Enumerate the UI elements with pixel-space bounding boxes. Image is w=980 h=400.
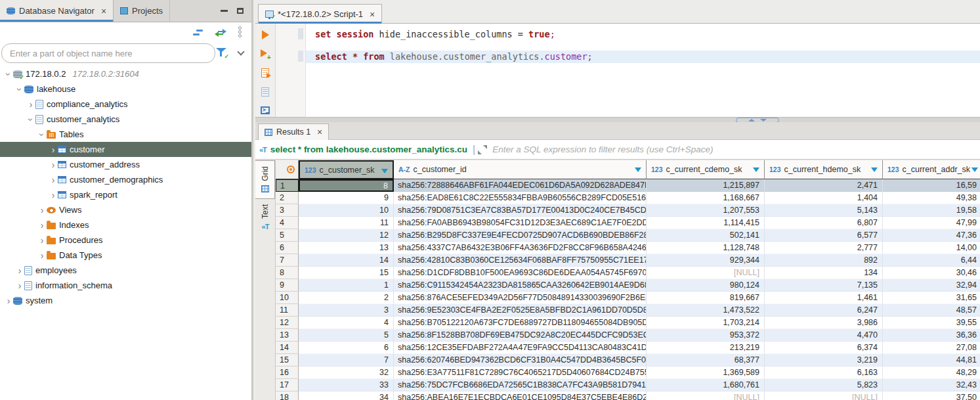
row-number-cell[interactable]: 16 [276, 367, 299, 379]
explain-plan-icon[interactable] [261, 87, 269, 97]
grid-corner-cell[interactable] [276, 160, 299, 179]
grid-cell-c_current_addr_sk[interactable]: 47,99 [883, 217, 980, 229]
object-search-box[interactable] [1, 43, 215, 63]
grid-cell-c_customer_sk[interactable]: 10 [299, 204, 394, 217]
chevron-expanded-icon[interactable]: › [3, 70, 14, 79]
row-number-cell[interactable]: 7 [276, 254, 299, 267]
row-number-cell[interactable]: 3 [276, 204, 299, 217]
execute-new-tab-icon[interactable] [261, 49, 270, 58]
sql-line-2[interactable]: select * from lakehouse.customer_analyti… [306, 51, 980, 63]
grid-cell-c_customer_id[interactable]: sha256:E3A77511F81C7289C76C4065217D5D406… [394, 367, 647, 379]
table-row[interactable]: 512sha256:B295D8FC337E9E4FECD0725D907ACD… [276, 229, 980, 242]
table-row[interactable]: 113sha256:9E52303CE4FBA2E2F0525E8A5BFBD2… [276, 304, 980, 317]
column-menu-arrow-icon[interactable] [871, 167, 878, 172]
collapse-up-icon[interactable] [748, 119, 755, 122]
close-icon[interactable]: × [101, 7, 106, 16]
chevron-collapsed-icon[interactable]: › [37, 205, 47, 215]
grid-cell-c_current_addr_sk[interactable]: 19,58 [883, 204, 980, 217]
tree-item-customer-address[interactable]: ›customer_address [0, 157, 251, 172]
grid-cell-c_current_addr_sk[interactable]: 48,29 [883, 367, 980, 379]
tree-item-customer[interactable]: ›customer [0, 142, 251, 157]
grid-cell-c_customer_id[interactable]: sha256:876ACE5EFED349A2D56F77D5084891433… [394, 292, 647, 304]
grid-cell-c_customer_sk[interactable]: 2 [299, 292, 394, 304]
grid-cell-c_current_cdemo_sk[interactable]: 1,703,214 [647, 317, 765, 329]
grid-cell-c_customer_id[interactable]: sha256:4337C7AB6432E3B06FF4A3636FD2F8CC8… [394, 242, 647, 254]
chevron-collapsed-icon[interactable]: › [49, 190, 58, 200]
grid-cell-c_current_addr_sk[interactable]: 39,55 [883, 317, 980, 329]
grid-cell-c_current_hdemo_sk[interactable]: 3,986 [765, 317, 883, 329]
tree-item-lakehouse[interactable]: ›lakehouse [0, 81, 251, 97]
grid-cell-c_customer_sk[interactable]: 32 [299, 367, 394, 379]
grid-cell-c_customer_sk[interactable]: 15 [299, 267, 394, 279]
grid-cell-c_current_addr_sk[interactable]: 48,57 [883, 304, 980, 317]
table-row[interactable]: 411sha256:FA0ABB6943B98054FC31D12D3E3AEC… [276, 217, 980, 229]
table-row[interactable]: 102sha256:876ACE5EFED349A2D56F77D5084891… [276, 292, 980, 304]
table-row[interactable]: 1632sha256:E3A77511F81C7289C76C4065217D5… [276, 367, 980, 379]
row-number-cell[interactable]: 5 [276, 229, 299, 242]
minimize-icon[interactable] [221, 10, 228, 12]
tree-item-172-18-0-2[interactable]: ›172.18.0.2172.18.0.2:31604 [0, 66, 251, 81]
chevron-expanded-icon[interactable]: › [26, 115, 36, 124]
row-number-cell[interactable]: 2 [276, 192, 299, 204]
grid-cell-c_customer_sk[interactable]: 14 [299, 254, 394, 267]
tree-item-system[interactable]: ›system [0, 293, 251, 308]
grid-cell-c_current_addr_sk[interactable]: 49,38 [883, 192, 980, 204]
row-number-cell[interactable]: 14 [276, 342, 299, 354]
tab-grid-view[interactable]: Grid [255, 160, 275, 199]
row-number-cell[interactable]: 6 [276, 242, 299, 254]
tree-item-procedures[interactable]: ›Procedures [0, 233, 251, 248]
grid-cell-c_current_cdemo_sk[interactable]: 929,344 [647, 254, 765, 267]
tab-sql-script[interactable]: *<172.18.0.2> Script-1 × [258, 4, 382, 24]
row-number-cell[interactable]: 15 [276, 354, 299, 367]
column-header-c_current_cdemo_sk[interactable]: 123c_current_cdemo_sk [647, 160, 765, 179]
chevron-expanded-icon[interactable]: › [37, 130, 47, 139]
expand-filter-icon[interactable] [478, 145, 487, 154]
tree-item-customer-demographics[interactable]: ›customer_demographics [0, 172, 251, 187]
chevron-collapsed-icon[interactable]: › [15, 280, 24, 291]
tree-item-information-schema[interactable]: ›information_schema [0, 278, 251, 293]
chevron-collapsed-icon[interactable]: › [49, 160, 58, 170]
grid-cell-c_current_addr_sk[interactable]: 16,59 [883, 179, 980, 192]
grid-cell-c_current_hdemo_sk[interactable]: 1,404 [765, 192, 883, 204]
grid-cell-c_current_hdemo_sk[interactable]: 6,807 [765, 217, 883, 229]
grid-cell-c_customer_id[interactable]: sha256:42810C83B0360CE125634F068BAF8FF75… [394, 254, 647, 267]
grid-cell-c_current_cdemo_sk[interactable]: 1,215,897 [647, 179, 765, 192]
column-menu-arrow-icon[interactable] [381, 169, 388, 173]
table-row[interactable]: 18sha256:72888646ABF61FA044EDEC061D6DA5A… [276, 179, 980, 192]
row-number-cell[interactable]: 9 [276, 279, 299, 292]
table-row[interactable]: 310sha256:79D08751C3EA7C83BA57D177E00413… [276, 204, 980, 217]
grid-cell-c_current_cdemo_sk[interactable]: 1,128,748 [647, 242, 765, 254]
grid-cell-c_current_hdemo_sk[interactable]: 6,163 [765, 367, 883, 379]
grid-cell-c_customer_id[interactable]: sha256:79D08751C3EA7C83BA57D177E00413D0C… [394, 204, 647, 217]
grid-cell-c_customer_sk[interactable]: 7 [299, 354, 394, 367]
grid-cell-c_current_cdemo_sk[interactable]: 1,473,522 [647, 304, 765, 317]
row-number-cell[interactable]: 10 [276, 292, 299, 304]
maximize-icon[interactable] [237, 8, 244, 14]
grid-cell-c_current_addr_sk[interactable]: 36,36 [883, 329, 980, 342]
grid-cell-c_current_cdemo_sk[interactable]: 980,124 [647, 279, 765, 292]
row-number-cell[interactable]: 13 [276, 329, 299, 342]
tree-item-views[interactable]: ›Views [0, 202, 251, 217]
link-with-editor-icon[interactable] [215, 28, 226, 37]
table-row[interactable]: 714sha256:42810C83B0360CE125634F068BAF8F… [276, 254, 980, 267]
chevron-collapsed-icon[interactable]: › [26, 99, 35, 110]
close-icon[interactable]: × [317, 127, 322, 137]
grid-cell-c_customer_id[interactable]: sha256:B705122120A673FC7DE6889727DB11809… [394, 317, 647, 329]
row-number-cell[interactable]: 4 [276, 217, 299, 229]
view-menu-icon[interactable] [238, 26, 242, 38]
chevron-collapsed-icon[interactable]: › [37, 220, 47, 231]
tree-item-customer-analytics[interactable]: ›customer_analytics [0, 112, 251, 127]
tree-item-data-types[interactable]: ›Data Types [0, 248, 251, 263]
grid-cell-c_customer_id[interactable]: sha256:75DC7FCB6686EDA72565C1B838CA7FC43… [394, 379, 647, 391]
execute-script-icon[interactable] [261, 68, 269, 78]
grid-cell-c_current_cdemo_sk[interactable]: 68,377 [647, 354, 765, 367]
grid-cell-c_customer_sk[interactable]: 4 [299, 317, 394, 329]
grid-cell-c_current_hdemo_sk[interactable]: 7,135 [765, 279, 883, 292]
table-row[interactable]: 135sha256:8F1528BB708DF69EB475DC92A8C20E… [276, 329, 980, 342]
tab-projects[interactable]: Projects [114, 0, 170, 22]
grid-cell-c_current_addr_sk[interactable]: 14,00 [883, 242, 980, 254]
grid-cell-c_current_addr_sk[interactable]: 27,08 [883, 342, 980, 354]
grid-cell-c_current_cdemo_sk[interactable]: 953,372 [647, 329, 765, 342]
grid-cell-c_current_addr_sk[interactable]: 44,81 [883, 354, 980, 367]
grid-cell-c_current_hdemo_sk[interactable]: 6,577 [765, 229, 883, 242]
